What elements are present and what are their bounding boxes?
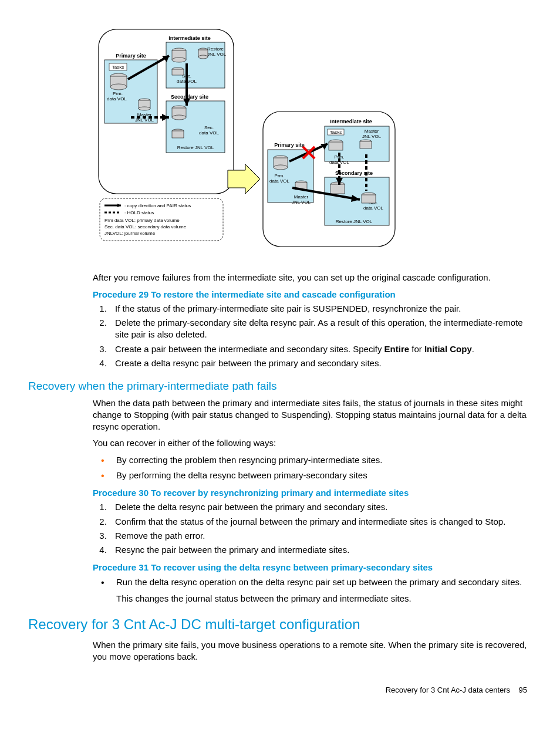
svg-point-4 — [172, 58, 186, 62]
section-heading-multitarget: Recovery for 3 Cnt Ac-J DC multi-target … — [28, 615, 532, 634]
svg-text:JNLVOL: journal volume: JNLVOL: journal volume — [104, 231, 156, 236]
svg-text:Sec. data VOL: secondary data : Sec. data VOL: secondary data volume — [104, 224, 187, 229]
svg-text:Tasks: Tasks — [330, 130, 342, 135]
pathfail-paragraph-2: You can recover in either of the followi… — [93, 437, 527, 449]
list-item: By correcting the problem then resyncing… — [109, 454, 527, 466]
svg-rect-84 — [362, 195, 376, 203]
svg-text:Tasks: Tasks — [112, 65, 124, 70]
svg-text:Prm data VOL: primary data vol: Prm data VOL: primary data volume — [104, 218, 180, 223]
svg-text:Intermediate site: Intermediate site — [330, 119, 372, 124]
pathfail-paragraph-1: When the data path between the primary a… — [93, 397, 527, 433]
svg-text:Sec.: Sec. — [204, 125, 214, 130]
list-item: Create a delta resync pair between the p… — [109, 357, 527, 369]
svg-rect-36 — [172, 131, 184, 138]
svg-text:JNL VOL: JNL VOL — [207, 52, 227, 57]
procedure-31-title: Procedure 31 To recover using the delta … — [93, 562, 527, 573]
multitarget-paragraph: When the primary site fails, you move bu… — [93, 639, 527, 663]
list-item: By performing the delta resync between p… — [109, 470, 527, 481]
sub-note: This changes the journal status between … — [116, 593, 527, 605]
pathfail-options: By correcting the problem then resyncing… — [93, 454, 527, 482]
procedure-29-steps: If the status of the primary-intermediat… — [93, 303, 527, 369]
cascade-diagram: Intermediate site Restore JNL VOL Sec. d… — [93, 23, 532, 261]
svg-text:data VOL: data VOL — [363, 205, 383, 211]
svg-text:Primary site: Primary site — [274, 142, 305, 148]
procedure-31-steps: Run the delta resync operation on the de… — [93, 576, 527, 605]
list-item: Run the delta resync operation on the de… — [109, 576, 527, 605]
page-footer: Recovery for 3 Cnt Ac-J data centers 95 — [28, 685, 532, 696]
procedure-30-title: Procedure 30 To recover by resynchronizi… — [93, 487, 527, 499]
svg-text:Master: Master — [294, 194, 309, 200]
footer-page-number: 95 — [519, 686, 527, 694]
footer-section: Recovery for 3 Cnt Ac-J data centers — [386, 686, 510, 694]
procedure-29-title: Procedure 29 To restore the intermediate… — [93, 289, 527, 301]
list-item: Create a pair between the intermediate a… — [109, 343, 527, 355]
svg-point-20 — [110, 84, 127, 90]
svg-rect-63 — [329, 142, 343, 150]
section-heading-pathfail: Recovery when the primary-intermediate p… — [28, 379, 532, 394]
list-item: Confirm that the status of the journal b… — [109, 516, 527, 528]
svg-text:Prm.: Prm. — [113, 91, 123, 96]
svg-text:Restore JNL VOL: Restore JNL VOL — [177, 145, 214, 150]
svg-text:data VOL: data VOL — [107, 96, 127, 102]
svg-rect-80 — [330, 184, 345, 194]
svg-text:JNL VOL: JNL VOL — [292, 200, 311, 205]
list-item: Delete the primary-secondary site delta … — [109, 317, 527, 341]
bullet-text: Run the delta resync operation on the de… — [116, 577, 522, 587]
label-intermediate: Intermediate site — [168, 35, 211, 41]
intro-paragraph: After you remove failures from the inter… — [93, 272, 527, 283]
svg-text:Master: Master — [365, 129, 379, 134]
svg-text:data VOL: data VOL — [269, 178, 289, 184]
svg-text:JNL VOL: JNL VOL — [362, 134, 382, 139]
svg-text:: HOLD status: : HOLD status — [124, 210, 154, 215]
svg-text:Restore: Restore — [207, 46, 224, 52]
svg-rect-61 — [360, 141, 372, 148]
svg-point-9 — [198, 55, 208, 59]
procedure-30-steps: Delete the delta resync pair between the… — [93, 501, 527, 556]
svg-rect-13 — [172, 69, 184, 75]
svg-point-70 — [274, 165, 288, 170]
svg-text:data VOL: data VOL — [199, 130, 219, 136]
svg-point-32 — [172, 115, 186, 120]
svg-point-25 — [139, 107, 150, 110]
svg-text:: copy direction and PAIR stat: : copy direction and PAIR status — [124, 203, 191, 208]
svg-text:Restore JNL VOL: Restore JNL VOL — [336, 219, 373, 224]
svg-text:Prm.: Prm. — [275, 173, 285, 178]
list-item: Delete the delta resync pair between the… — [109, 501, 527, 513]
list-item: Remove the path error. — [109, 530, 527, 542]
list-item: If the status of the primary-intermediat… — [109, 303, 527, 315]
svg-text:Primary site: Primary site — [116, 53, 146, 59]
list-item: Resync the pair between the primary and … — [109, 544, 527, 556]
